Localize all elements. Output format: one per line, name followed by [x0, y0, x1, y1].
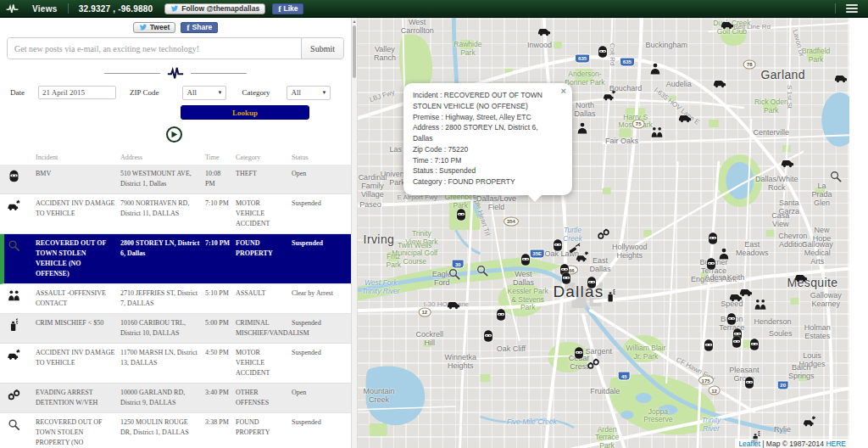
map-markers: [358, 18, 849, 448]
crime-marker-person[interactable]: [648, 61, 663, 76]
crime-map[interactable]: West CarrolltonValley RanchLBJ FwyRawhid…: [358, 18, 849, 448]
crime-marker-car[interactable]: [780, 155, 794, 170]
crime-marker-crash[interactable]: [576, 249, 590, 264]
crime-marker-crash[interactable]: [803, 414, 817, 428]
email-subscribe-input[interactable]: [8, 38, 301, 59]
facebook-share-button[interactable]: f Share: [181, 22, 218, 33]
crime-marker-car[interactable]: [712, 76, 726, 90]
crime-marker-handcuffs[interactable]: [597, 227, 611, 242]
crime-marker-car[interactable]: [721, 18, 735, 31]
crime-marker-burglar[interactable]: [481, 328, 496, 343]
crime-marker-burglar[interactable]: [551, 238, 565, 253]
crash-icon: [7, 199, 36, 229]
crime-marker-burglar[interactable]: [701, 339, 715, 353]
category-cell: THEFT: [236, 169, 292, 189]
crime-marker-fight[interactable]: [649, 126, 664, 140]
zip-select[interactable]: All ▼: [182, 86, 226, 100]
crime-marker-crash[interactable]: [602, 88, 616, 103]
magnifier-icon: [7, 238, 36, 279]
address-cell: 10160 CARIBOU TRL, District 10, DALLAS: [120, 318, 205, 339]
table-row[interactable]: BMV510 WESTMOUNT AVE, District 1, Dallas…: [0, 165, 351, 194]
crime-marker-car[interactable]: [678, 109, 693, 124]
address-cell: 510 WESTMOUNT AVE, District 1, Dallas: [120, 169, 205, 189]
address-cell: 1250 MOULIN ROUGE DR, District 1, DALLAS: [120, 417, 205, 448]
leaflet-link[interactable]: Leaflet: [738, 440, 760, 448]
time-cell: 7:10 PM: [205, 199, 236, 229]
column-header-address: Address: [120, 154, 205, 161]
incident-table-body: BMV510 WESTMOUNT AVE, District 1, Dallas…: [0, 165, 351, 448]
time-cell: 10:08 PM: [205, 169, 236, 189]
crime-marker-burglar[interactable]: [595, 45, 609, 59]
crime-marker-car[interactable]: [729, 289, 743, 304]
crime-marker-person[interactable]: [576, 121, 590, 136]
status-cell: Suspended: [292, 238, 344, 279]
crime-marker-magnifier[interactable]: [476, 264, 490, 278]
table-row[interactable]: ACCIDENT INV DAMAGE TO VEHICLE7900 NORTH…: [0, 194, 351, 234]
play-button[interactable]: [166, 126, 182, 143]
crime-marker-car[interactable]: [794, 269, 809, 283]
popup-close-icon[interactable]: ×: [561, 87, 566, 96]
tweet-label: Tweet: [150, 23, 170, 31]
tweet-button[interactable]: Tweet: [133, 22, 175, 33]
category-select[interactable]: All ▼: [287, 86, 331, 100]
status-cell: Suspended: [292, 199, 344, 229]
lookup-button[interactable]: Lookup: [181, 105, 309, 120]
panel-scrollbar[interactable]: ▲: [351, 18, 358, 448]
facebook-like-button[interactable]: f Like: [272, 3, 303, 14]
crime-marker-burglar[interactable]: [748, 338, 762, 352]
here-link[interactable]: HERE: [826, 440, 846, 448]
column-header-incident: Incident: [36, 154, 120, 161]
scrollbar-up-arrow[interactable]: ▲: [352, 19, 357, 24]
crime-marker-car[interactable]: [537, 24, 551, 38]
status-cell: Open: [292, 169, 344, 189]
date-input[interactable]: [38, 86, 116, 99]
status-cell: Suspended: [292, 417, 344, 448]
menu-icon[interactable]: [846, 4, 858, 13]
crime-marker-fight[interactable]: [754, 297, 768, 311]
crime-marker-car[interactable]: [833, 70, 848, 85]
crime-marker-burglar[interactable]: [730, 335, 744, 350]
attribution-text: | Map © 1987-2014: [760, 440, 826, 448]
filters-row: Date ZIP Code All ▼ Category All ▼: [0, 85, 351, 100]
twitter-follow-button[interactable]: Follow @themapdallas: [164, 3, 265, 14]
subscribe-submit-button[interactable]: Submit: [301, 38, 343, 59]
table-row[interactable]: CRIM MISCHIEF < $5010160 CARIBOU TRL, Di…: [0, 314, 351, 344]
crime-marker-burglar[interactable]: [704, 257, 719, 272]
address-cell: 10000 GARLAND RD, District 9, DALLAS: [120, 388, 205, 408]
scrollbar-thumb[interactable]: [353, 25, 356, 78]
crime-marker-spray[interactable]: [604, 289, 618, 304]
table-row[interactable]: RECOVERED OUT OF TOWN STOLEN VEHICLE (NO…: [0, 234, 351, 284]
address-cell: 7900 NORTHAVEN RD, District 11, DALLAS: [120, 199, 205, 229]
table-row[interactable]: ASSAULT -OFFENSIVE CONTACT2710 JEFFRIES …: [0, 284, 351, 314]
crime-marker-car[interactable]: [446, 296, 460, 311]
table-row[interactable]: EVADING ARREST DETENTION W/VEH10000 GARL…: [0, 384, 351, 413]
crime-marker-person[interactable]: [716, 246, 731, 260]
subscribe-form: Submit: [7, 37, 344, 59]
crime-marker-magnifier[interactable]: [829, 169, 843, 183]
crime-marker-burglar[interactable]: [519, 252, 533, 266]
icon-column-header: [7, 154, 36, 161]
views-nav-item[interactable]: Views: [32, 4, 58, 14]
facebook-f-icon: f: [186, 23, 189, 32]
crime-marker-burglar[interactable]: [706, 232, 721, 246]
crime-marker-burglar[interactable]: [559, 271, 573, 285]
crime-marker-handcuffs[interactable]: [587, 356, 601, 371]
address-cell: 11700 MARSH LN, District 13, DALLAS: [120, 348, 205, 378]
crime-marker-magnifier[interactable]: [447, 266, 461, 281]
crime-marker-burglar[interactable]: [572, 346, 587, 361]
crime-marker-burglar[interactable]: [584, 275, 598, 289]
crash-icon: [7, 348, 36, 378]
crime-marker-burglar[interactable]: [725, 312, 739, 327]
incident-cell: ASSAULT -OFFENSIVE CONTACT: [36, 288, 120, 309]
incident-cell: BMV: [36, 169, 120, 189]
crime-marker-burglar[interactable]: [454, 208, 469, 222]
category-cell: FOUND PROPERTY: [236, 417, 292, 448]
crime-marker-burglar[interactable]: [494, 308, 509, 322]
incident-cell: ACCIDENT INV DAMAGE TO VEHICLE: [36, 348, 120, 378]
table-row[interactable]: RECOVERED OUT OF TOWN STOLEN PROPERTY (N…: [0, 413, 351, 448]
site-logo-icon[interactable]: [6, 3, 19, 14]
incident-cell: EVADING ARREST DETENTION W/VEH: [36, 388, 120, 408]
crime-marker-burglar[interactable]: [742, 375, 756, 389]
table-row[interactable]: ACCIDENT INV DAMAGE TO VEHICLE11700 MARS…: [0, 344, 351, 384]
popup-line: Incident : RECOVERED OUT OF TOWN STOLEN …: [413, 90, 559, 112]
